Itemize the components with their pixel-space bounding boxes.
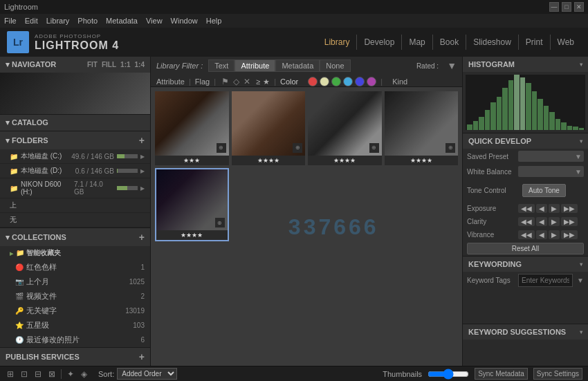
module-library[interactable]: Library [318,35,357,50]
keywording-header[interactable]: Keywording ▾ [463,257,588,272]
vibrance-up1[interactable]: ▶ [549,230,560,239]
compare-view-icon[interactable]: ⊟ [33,368,43,380]
menu-photo[interactable]: Photo [77,17,98,25]
photo-cell-3[interactable]: ⊕ ★★★★ [308,91,382,165]
right-panel: Histogram ▾ [462,57,588,366]
flag-pick-icon[interactable]: ⚑ [220,76,230,87]
add-publish-button[interactable]: + [139,351,145,362]
filter-tool-icon[interactable]: ◈ [80,368,89,380]
module-slideshow[interactable]: Slideshow [466,35,518,50]
keyword-suggestions-header[interactable]: Keyword Suggestions ▾ [463,324,588,340]
survey-view-icon[interactable]: ⊠ [47,368,57,380]
saved-preset-control[interactable]: ▼ [518,151,584,162]
menu-library[interactable]: Library [46,17,70,25]
menu-view[interactable]: View [146,17,163,25]
color-dot-blue[interactable] [355,77,365,86]
menu-file[interactable]: File [4,17,17,25]
coll-nokw[interactable]: 🔑 无关键字 13019 [0,304,150,318]
module-develop[interactable]: Develop [356,35,401,50]
menu-help[interactable]: Help [206,17,222,25]
navigator-header[interactable]: ▾ Navigator FIT FILL 1:1 1:4 [0,57,150,73]
rating-star-icon[interactable]: ★ [263,77,270,86]
color-dot-yellow[interactable] [320,77,329,86]
color-dot-red[interactable] [308,77,318,86]
menu-metadata[interactable]: Metadata [106,17,138,25]
nav-fill[interactable]: FILL [102,61,116,68]
bottom-right-controls: Thumbnails Sync Metadata Sync Settings [383,368,582,380]
vibrance-down1[interactable]: ◀ [536,230,547,239]
color-dot-cyan[interactable] [343,77,353,86]
smart-collections-group[interactable]: ▸ 📁 智能收藏夹 [0,246,150,260]
exposure-up1[interactable]: ▶ [549,204,560,213]
grid-view-icon[interactable]: ⊞ [6,368,15,380]
add-folder-button[interactable]: + [139,135,145,146]
filter-metadata[interactable]: Metadata [275,59,320,72]
maximize-button[interactable]: □ [562,2,571,12]
module-print[interactable]: Print [518,35,550,50]
sync-settings-btn[interactable]: Sync Settings [533,368,582,380]
nav-1to4[interactable]: 1:4 [135,61,145,68]
photo-cell-4[interactable]: ⊕ ★★★★ [385,91,459,165]
clarity-up1[interactable]: ▶ [549,217,560,226]
photo-cell-2[interactable]: ⊕ ★★★★ [232,91,306,165]
menu-edit[interactable]: Edit [25,17,38,25]
folder-u[interactable]: 上 [0,198,150,213]
reset-all-button[interactable]: Reset All [467,243,584,254]
photo-cell-5[interactable]: ⊕ ★★★★ [155,168,229,242]
auto-tone-button[interactable]: Auto Tone [522,184,566,197]
quick-develop-header[interactable]: Quick Develop ▾ [463,133,588,149]
sync-meta-btn[interactable]: Sync Metadata [475,368,528,380]
white-balance-control[interactable]: ▼ [518,166,584,177]
coll-video[interactable]: 🎬 视频文件 2 [0,289,150,304]
wb-arrow[interactable]: ▼ [575,168,582,176]
color-dot-purple[interactable] [367,77,376,86]
close-button[interactable]: ✕ [574,2,584,12]
folder-c[interactable]: 📁 本地磁盘 (C:) 49.6 / 146 GB ▶ [0,149,150,164]
add-collection-button[interactable]: + [139,232,145,243]
exposure-down1[interactable]: ◀ [536,204,547,213]
filter-attribute[interactable]: Attribute [235,59,275,72]
menu-window[interactable]: Window [171,17,198,25]
folder-w[interactable]: 无 [0,213,150,227]
clarity-down1[interactable]: ◀ [536,217,547,226]
vibrance-up2[interactable]: ▶▶ [561,230,578,239]
clarity-up2[interactable]: ▶▶ [561,217,578,226]
collections-header[interactable]: ▾ Collections + [0,228,150,246]
exposure-up2[interactable]: ▶▶ [561,204,578,213]
folder-d[interactable]: 📁 本地磁盘 (D:) 0.6 / 146 GB ▶ [0,164,150,178]
filter-expand-icon[interactable]: ▼ [447,60,457,71]
flag-none-icon[interactable]: ◇ [232,76,241,87]
color-dot-green[interactable] [331,77,341,86]
photo-cell-1[interactable]: ⊕ ★★★ [155,91,229,165]
keyword-input-btn[interactable]: ▼ [577,277,584,284]
module-book[interactable]: Book [432,35,466,50]
module-web[interactable]: Web [550,35,581,50]
minimize-button[interactable]: — [549,2,559,12]
keyword-tags-input[interactable] [518,274,573,287]
histogram-header[interactable]: Histogram ▾ [463,57,588,72]
vibrance-down2[interactable]: ◀◀ [518,230,535,239]
coll-red[interactable]: 🔴 红色色样 1 [0,260,150,275]
filter-none[interactable]: None [320,59,350,72]
folder-h[interactable]: 📁 NIKON D600 (H:) 7.1 / 14.0 GB ▶ [0,178,150,198]
catalog-header[interactable]: ▾ Catalog [0,115,150,131]
coll-recent[interactable]: 🕐 最近修改的照片 6 [0,333,150,347]
publish-header[interactable]: Publish Services + [0,348,150,366]
loupe-view-icon[interactable]: ⊡ [19,368,29,380]
filter-text[interactable]: Text [208,59,235,72]
spray-tool-icon[interactable]: ✦ [66,368,75,380]
folders-header[interactable]: ▾ Folders + [0,131,150,149]
nav-1to1[interactable]: 1:1 [120,61,130,68]
nav-fit[interactable]: FIT [87,61,98,68]
window-controls[interactable]: — □ ✕ [549,2,584,12]
folders-section: ▾ Folders + 📁 本地磁盘 (C:) 49.6 / 146 GB ▶ … [0,131,150,228]
clarity-down2[interactable]: ◀◀ [518,217,535,226]
thumbnail-size-slider[interactable] [428,370,469,378]
saved-preset-arrow[interactable]: ▼ [575,153,582,160]
sort-select[interactable]: Added Order Capture Time Edit Time Ratin… [117,368,177,380]
exposure-down2[interactable]: ◀◀ [518,204,535,213]
coll-month[interactable]: 📷 上个月 1025 [0,275,150,289]
module-map[interactable]: Map [401,35,432,50]
flag-reject-icon[interactable]: ✕ [242,76,252,87]
coll-5star[interactable]: ⭐ 五星级 103 [0,318,150,333]
